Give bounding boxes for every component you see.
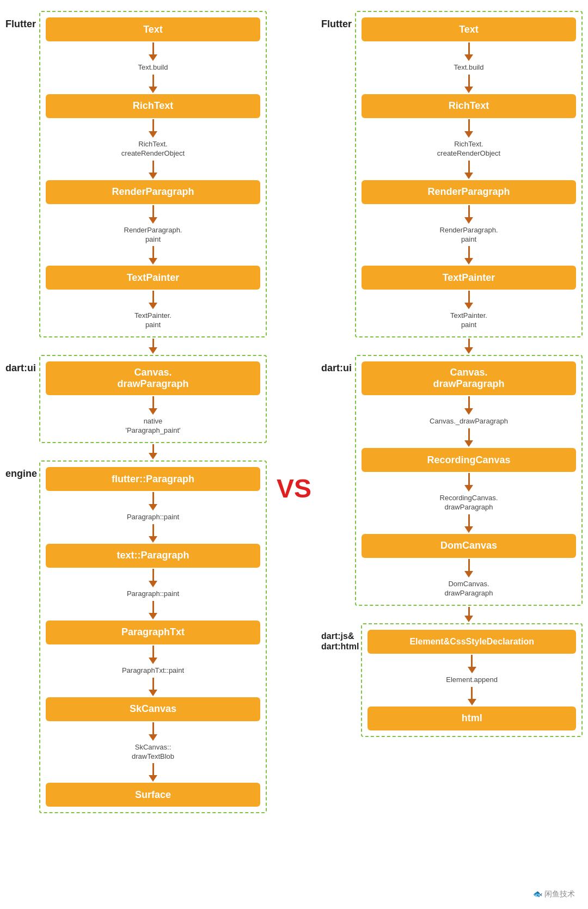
arrow-r5: [464, 205, 473, 224]
arrow-14: [149, 678, 157, 696]
right-dartjs-section: dart:js&dart:html Element&CssStyleDeclar…: [321, 623, 583, 737]
arrow-3: [149, 119, 157, 138]
right-dartui-section: dart:ui Canvas.drawParagraph Canvas._dra…: [321, 355, 583, 605]
left-flutter-section: Flutter Text Text.build RichText RichTex…: [5, 11, 267, 337]
node-skcanvas: SkCanvas: [46, 697, 260, 721]
arrow-7: [149, 291, 157, 309]
arrow-12: [149, 601, 157, 619]
left-dartui-box: Canvas.drawParagraph native'Paragraph_pa…: [39, 355, 267, 443]
arrow-r9: [464, 428, 473, 447]
node-textpainter: TextPainter: [46, 266, 260, 290]
right-flutter-section: Flutter Text Text.build RichText RichTex…: [321, 11, 583, 337]
arrow-5: [149, 205, 157, 224]
vs-label: VS: [272, 11, 316, 813]
node-html: html: [367, 707, 576, 730]
call-text-build: Text.build: [138, 63, 168, 72]
arrow-15: [149, 722, 157, 741]
call-textpainter-paint-r: TextPainter.paint: [450, 311, 487, 330]
node-element-css: Element&CssStyleDeclaration: [367, 630, 576, 654]
left-column: Flutter Text Text.build RichText RichTex…: [5, 11, 267, 813]
left-flutter-label: Flutter: [5, 11, 39, 30]
arrow-r14: [468, 687, 476, 705]
left-flutter-box: Text Text.build RichText RichText.create…: [39, 11, 267, 337]
call-canvas-drawparagraph-r: Canvas._drawParagraph: [430, 417, 508, 426]
node-text-r: Text: [362, 17, 576, 41]
call-text-build-r: Text.build: [454, 63, 484, 72]
right-flutter-label: Flutter: [321, 11, 355, 30]
node-recordingcanvas: RecordingCanvas: [362, 448, 576, 472]
node-domcanvas: DomCanvas: [362, 534, 576, 558]
arrow-r4: [464, 161, 473, 179]
arrow-10: [149, 524, 157, 543]
arrow-16: [149, 763, 157, 782]
left-dartui-label: dart:ui: [5, 355, 39, 374]
node-flutter-paragraph: flutter::Paragraph: [46, 467, 260, 491]
arrow-2: [149, 75, 157, 93]
arrow-4: [149, 161, 157, 179]
arrow-13: [149, 646, 157, 664]
node-richtext-r: RichText: [362, 94, 576, 118]
arrow-r10: [464, 473, 473, 492]
main-container: Flutter Text Text.build RichText RichTex…: [0, 0, 588, 824]
left-engine-section: engine flutter::Paragraph Paragraph::pai…: [5, 460, 267, 813]
node-canvas-drawparagraph: Canvas.drawParagraph: [46, 361, 260, 395]
arrow-9: [149, 492, 157, 511]
call-skcanvas-drawtextblob: SkCanvas::drawTextBlob: [132, 743, 174, 761]
left-engine-box: flutter::Paragraph Paragraph::paint text…: [39, 460, 267, 813]
call-renderparagraph-paint-r: RenderParagraph.paint: [440, 226, 498, 244]
call-renderparagraph-paint: RenderParagraph.paint: [124, 226, 182, 244]
right-column: Flutter Text Text.build RichText RichTex…: [321, 11, 583, 813]
right-flutter-box: Text Text.build RichText RichText.create…: [355, 11, 583, 337]
arrow-r13: [468, 655, 476, 673]
node-renderparagraph: RenderParagraph: [46, 180, 260, 204]
call-domcanvas-drawparagraph: DomCanvas.drawParagraph: [445, 580, 493, 598]
left-dartui-section: dart:ui Canvas.drawParagraph native'Para…: [5, 355, 267, 443]
arrow-r1: [464, 42, 473, 61]
arrow-dartui-dartjs-r: [464, 607, 473, 622]
node-text: Text: [46, 17, 260, 41]
right-dartjs-label: dart:js&dart:html: [321, 623, 361, 652]
arrow-1: [149, 42, 157, 61]
arrow-dartui-engine: [149, 444, 157, 459]
call-paragraph-paint1: Paragraph::paint: [127, 513, 179, 522]
node-renderparagraph-r: RenderParagraph: [362, 180, 576, 204]
left-engine-label: engine: [5, 460, 39, 480]
arrow-r6: [464, 246, 473, 265]
node-richtext: RichText: [46, 94, 260, 118]
arrow-flutter-dartui-r: [464, 339, 473, 354]
right-dartjs-box: Element&CssStyleDeclaration Element.appe…: [361, 623, 583, 737]
node-surface: Surface: [46, 783, 260, 807]
right-dartui-label: dart:ui: [321, 355, 355, 374]
call-paragraphtxt-paint: ParagraphTxt::paint: [122, 666, 184, 675]
arrow-r12: [464, 559, 473, 578]
call-recordingcanvas-drawparagraph: RecordingCanvas.drawParagraph: [440, 494, 498, 512]
call-native-paragraph: native'Paragraph_paint': [125, 417, 180, 435]
arrow-r8: [464, 396, 473, 415]
node-canvas-drawparagraph-r: Canvas.drawParagraph: [362, 361, 576, 395]
node-paragraphtxt: ParagraphTxt: [46, 621, 260, 644]
call-paragraph-paint2: Paragraph::paint: [127, 589, 179, 599]
call-richtext-create-r: RichText.createRenderObject: [437, 140, 500, 158]
arrow-11: [149, 569, 157, 587]
right-dartui-box: Canvas.drawParagraph Canvas._drawParagra…: [355, 355, 583, 605]
arrow-flutter-dartui: [149, 339, 157, 354]
arrow-r2: [464, 75, 473, 93]
arrow-r7: [464, 291, 473, 309]
call-richtext-create: RichText.createRenderObject: [121, 140, 185, 158]
arrow-r3: [464, 119, 473, 138]
call-element-append: Element.append: [446, 675, 498, 685]
arrow-8: [149, 396, 157, 415]
watermark: 🐟 闲鱼技术: [533, 889, 575, 899]
arrow-6: [149, 246, 157, 265]
arrow-r11: [464, 514, 473, 533]
node-text-paragraph: text::Paragraph: [46, 544, 260, 568]
call-textpainter-paint: TextPainter.paint: [134, 311, 171, 330]
node-textpainter-r: TextPainter: [362, 266, 576, 290]
